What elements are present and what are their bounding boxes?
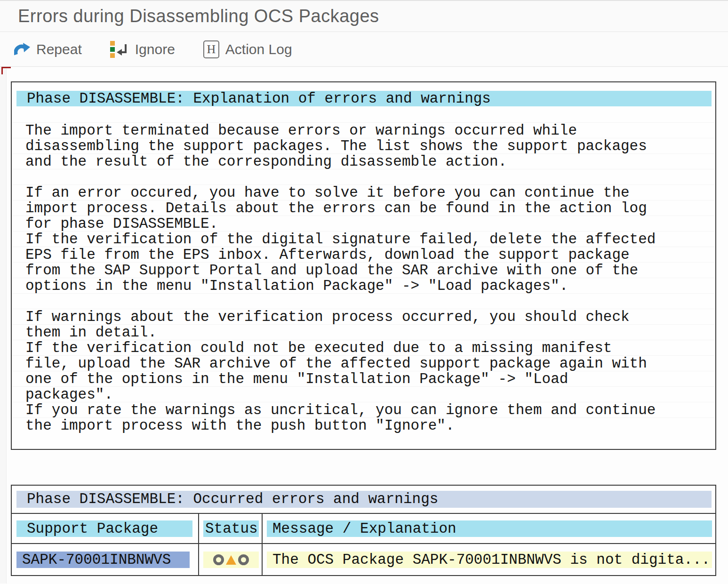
- errors-panel-caption-row: Phase DISASSEMBLE: Occurred errors and w…: [12, 486, 715, 514]
- page-title: Errors during Disassembling OCS Packages: [18, 6, 379, 26]
- explanation-line: packages".: [12, 386, 715, 402]
- status-warning-icon: [203, 552, 259, 568]
- explanation-line: [12, 169, 715, 184]
- explanation-line: [12, 293, 715, 309]
- explanation-line: one of the options in the menu "Installa…: [12, 371, 715, 386]
- repeat-arrow-icon: [14, 42, 30, 56]
- status-triangle-icon: [226, 555, 236, 565]
- explanation-panel: Phase DISASSEMBLE: Explanation of errors…: [11, 81, 716, 450]
- left-gutter: [0, 67, 7, 584]
- explanation-line: If warnings about the verification proce…: [12, 309, 715, 324]
- explanation-line: disassembling the support packages. The …: [12, 138, 715, 153]
- errors-panel-heading: Phase DISASSEMBLE: Occurred errors and w…: [16, 491, 712, 508]
- explanation-line: The import terminated because errors or …: [12, 122, 715, 138]
- explanation-line: options in the menu "Installation Packag…: [12, 278, 715, 293]
- action-log-button-label: Action Log: [225, 41, 292, 57]
- main-content: Phase DISASSEMBLE: Explanation of errors…: [0, 67, 728, 584]
- table-row-status-cell[interactable]: [199, 544, 263, 575]
- ignore-button[interactable]: Ignore: [110, 41, 175, 58]
- repeat-button-label: Repeat: [36, 41, 82, 57]
- errors-table: Support Package Status Message / Explana…: [12, 514, 715, 575]
- table-row-message-cell[interactable]: The OCS Package SAPK-70001INBNWVS is not…: [263, 544, 715, 575]
- status-circle-icon: [238, 554, 249, 565]
- explanation-line: EPS file from the EPS inbox. Afterwards,…: [12, 247, 715, 262]
- repeat-button[interactable]: Repeat: [14, 41, 82, 57]
- explanation-line: file, upload the SAR archive of the affe…: [12, 355, 715, 371]
- column-header-message: Message / Explanation: [263, 514, 715, 544]
- explanation-line: import process. Details about the errors…: [12, 200, 715, 216]
- explanation-line: the import process with the push button …: [12, 417, 715, 433]
- column-header-support-package: Support Package: [12, 514, 199, 544]
- status-circle-icon: [213, 554, 224, 565]
- explanation-line: for phase DISASSEMBLE.: [12, 216, 715, 231]
- column-header-status: Status: [199, 514, 263, 544]
- ignore-skip-icon: [110, 41, 129, 58]
- errors-panel: Phase DISASSEMBLE: Occurred errors and w…: [11, 485, 716, 576]
- explanation-panel-heading: Phase DISASSEMBLE: Explanation of errors…: [16, 91, 712, 106]
- explanation-line: from the SAP Support Portal and upload t…: [12, 262, 715, 278]
- action-log-icon: H: [203, 40, 219, 58]
- explanation-line: and the result of the corresponding disa…: [12, 153, 715, 169]
- focus-corner-marker: [1, 67, 11, 74]
- explanation-line: If an error occured, you have to solve i…: [12, 184, 715, 200]
- ignore-button-label: Ignore: [135, 41, 175, 57]
- toolbar: Repeat Ignore H Action Log: [0, 32, 728, 67]
- explanation-line: them in detail.: [12, 324, 715, 340]
- explanation-line: If you rate the warnings as uncritical, …: [12, 402, 715, 417]
- explanation-line: If the verification could not be execute…: [12, 340, 715, 355]
- title-bar: Errors during Disassembling OCS Packages: [0, 0, 728, 32]
- action-log-button[interactable]: H Action Log: [203, 40, 292, 58]
- explanation-line: If the verification of the digital signa…: [12, 231, 715, 247]
- table-row-support-package-cell[interactable]: SAPK-70001INBNWVS: [12, 544, 199, 575]
